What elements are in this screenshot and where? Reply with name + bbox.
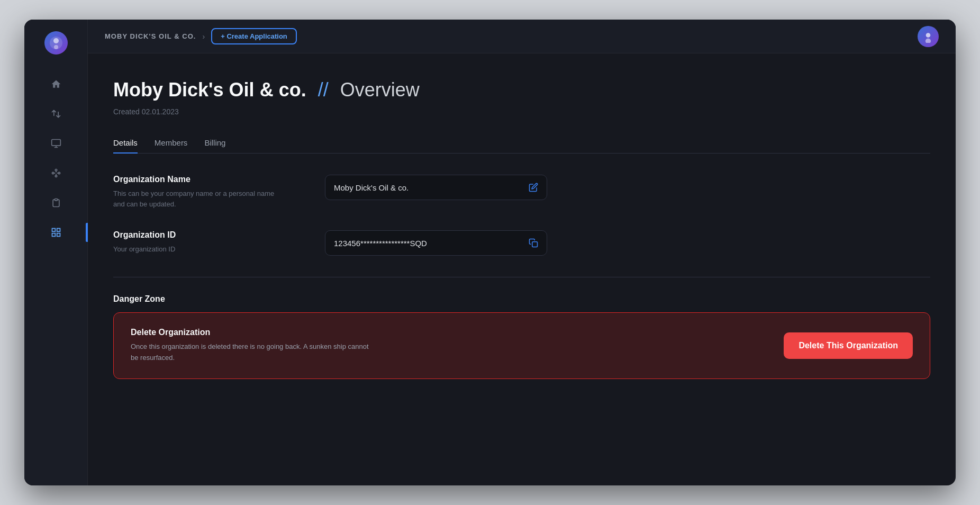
sidebar	[24, 20, 88, 485]
org-id-copy-icon[interactable]	[529, 238, 538, 248]
page-content: Moby Dick's Oil & co. // Overview Create…	[88, 53, 956, 485]
org-id-value: 123456****************SQD	[334, 239, 427, 248]
org-name-label: Organization Name	[113, 175, 283, 184]
org-id-label-group: Organization ID Your organization ID	[113, 230, 283, 255]
delete-org-description: Once this organization is deleted there …	[131, 341, 374, 364]
page-title: Moby Dick's Oil & co. // Overview	[113, 79, 930, 101]
sidebar-item-clipboard[interactable]	[41, 190, 71, 215]
delete-org-button[interactable]: Delete This Organization	[784, 332, 913, 359]
svg-rect-3	[51, 140, 60, 146]
org-id-section: Organization ID Your organization ID 123…	[113, 230, 930, 256]
svg-rect-12	[55, 199, 57, 201]
org-id-input-wrapper: 123456****************SQD	[325, 230, 547, 256]
svg-point-18	[925, 38, 931, 43]
org-name-label-group: Organization Name This can be your compa…	[113, 175, 283, 209]
sidebar-item-home[interactable]	[41, 71, 71, 97]
org-id-description: Your organization ID	[113, 244, 283, 255]
sidebar-nav	[24, 71, 87, 245]
org-name-title: Moby Dick's Oil & co.	[113, 79, 306, 101]
org-name-input-group: Moby Dick's Oil & co.	[325, 175, 547, 200]
user-avatar[interactable]	[918, 26, 939, 47]
svg-point-6	[58, 172, 60, 174]
tabs-bar: Details Members Billing	[113, 133, 930, 154]
svg-point-17	[926, 33, 931, 38]
org-name-edit-icon[interactable]	[529, 183, 538, 192]
title-separator: //	[318, 79, 329, 101]
logo	[43, 30, 69, 56]
org-name-input-wrapper: Moby Dick's Oil & co.	[325, 175, 547, 200]
danger-zone-title: Danger Zone	[113, 294, 930, 304]
org-id-label: Organization ID	[113, 230, 283, 240]
sidebar-item-transfer[interactable]	[41, 101, 71, 127]
danger-box-info: Delete Organization Once this organizati…	[131, 328, 374, 364]
svg-rect-13	[52, 229, 55, 232]
svg-rect-19	[532, 242, 538, 247]
breadcrumb-org: MOBY DICK'S OIL & CO.	[105, 32, 196, 40]
tab-billing[interactable]: Billing	[204, 133, 225, 154]
danger-zone-divider	[113, 277, 930, 277]
svg-rect-14	[57, 229, 60, 232]
org-name-section: Organization Name This can be your compa…	[113, 175, 930, 209]
svg-point-7	[55, 175, 57, 177]
tab-members[interactable]: Members	[155, 133, 188, 154]
delete-org-title: Delete Organization	[131, 328, 374, 337]
org-name-description: This can be your company name or a perso…	[113, 188, 283, 209]
tab-details[interactable]: Details	[113, 133, 138, 154]
create-application-button[interactable]: + Create Application	[211, 28, 297, 44]
svg-point-1	[53, 38, 59, 43]
header-right	[918, 26, 939, 47]
logo-icon	[44, 31, 68, 55]
danger-zone-box: Delete Organization Once this organizati…	[113, 312, 930, 379]
created-date: Created 02.01.2023	[113, 107, 930, 116]
svg-rect-16	[57, 233, 60, 237]
sidebar-item-monitor[interactable]	[41, 131, 71, 156]
breadcrumb-chevron-icon: ›	[203, 32, 205, 41]
svg-rect-15	[52, 233, 55, 237]
sidebar-item-graph[interactable]	[41, 160, 71, 186]
header-left: MOBY DICK'S OIL & CO. › + Create Applica…	[105, 28, 297, 44]
svg-point-5	[55, 169, 57, 171]
app-window: MOBY DICK'S OIL & CO. › + Create Applica…	[24, 20, 956, 485]
page-subtitle: Overview	[340, 79, 420, 101]
svg-point-4	[52, 172, 53, 174]
main-area: MOBY DICK'S OIL & CO. › + Create Applica…	[88, 20, 956, 485]
header: MOBY DICK'S OIL & CO. › + Create Applica…	[88, 20, 956, 53]
org-name-value: Moby Dick's Oil & co.	[334, 183, 409, 192]
org-id-input-group: 123456****************SQD	[325, 230, 547, 256]
svg-point-2	[54, 45, 58, 49]
sidebar-item-chart[interactable]	[41, 220, 71, 245]
